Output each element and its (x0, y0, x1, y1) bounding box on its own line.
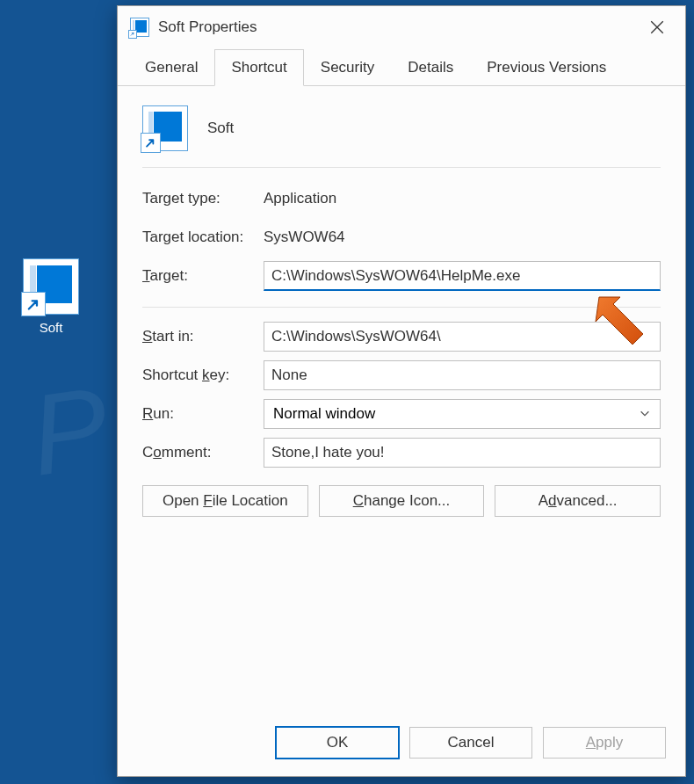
row-target-location: Target location: SysWOW64 (142, 221, 661, 254)
row-run: Run: Normal window (142, 397, 661, 431)
label-target-type: Target type: (142, 190, 264, 207)
desktop-shortcut-label: Soft (11, 320, 91, 335)
tab-details[interactable]: Details (391, 49, 470, 86)
dialog-footer: OK Cancel Apply (276, 727, 666, 759)
label-comment: Comment: (142, 444, 264, 461)
desktop-shortcut-soft[interactable]: Soft (11, 258, 91, 335)
close-button[interactable] (638, 13, 676, 41)
label-start-in: Start in: (142, 328, 264, 345)
run-select[interactable]: Normal window (264, 399, 661, 429)
row-target: Target: (142, 259, 661, 293)
chevron-down-icon (639, 407, 651, 422)
close-icon (649, 19, 665, 35)
row-target-type: Target type: Application (142, 182, 661, 215)
action-button-row: Open File Location Change Icon... Advanc… (142, 485, 661, 517)
start-in-input[interactable] (264, 322, 661, 352)
row-start-in: Start in: (142, 320, 661, 353)
label-target-location: Target location: (142, 229, 264, 246)
titlebar-icon (130, 18, 149, 37)
advanced-button[interactable]: Advanced... (495, 485, 661, 517)
row-shortcut-key: Shortcut key: (142, 359, 661, 392)
cancel-button[interactable]: Cancel (409, 727, 532, 759)
apply-button[interactable]: Apply (543, 727, 666, 759)
run-select-value: Normal window (273, 405, 375, 423)
shortcut-icon (23, 258, 79, 315)
change-icon-button[interactable]: Change Icon... (319, 485, 485, 517)
tabstrip: General Shortcut Security Details Previo… (118, 48, 685, 86)
tab-shortcut[interactable]: Shortcut (214, 49, 303, 86)
open-file-location-button[interactable]: Open File Location (142, 485, 308, 517)
comment-input[interactable] (264, 438, 661, 468)
label-run: Run: (142, 405, 264, 423)
item-header: Soft (142, 105, 661, 168)
tab-previous-versions[interactable]: Previous Versions (470, 49, 623, 86)
item-name: Soft (207, 120, 234, 137)
tab-content: Soft Target type: Application Target loc… (118, 86, 685, 526)
value-target-type: Application (264, 190, 336, 207)
tab-security[interactable]: Security (304, 49, 391, 86)
item-icon (142, 105, 188, 151)
shortcut-key-input[interactable] (264, 360, 661, 390)
label-target: Target: (142, 267, 264, 285)
titlebar[interactable]: Soft Properties (118, 6, 685, 48)
target-input[interactable] (264, 261, 661, 291)
shortcut-arrow-icon (25, 296, 41, 312)
divider (142, 307, 661, 308)
titlebar-title: Soft Properties (158, 18, 638, 36)
tab-general[interactable]: General (128, 49, 214, 86)
value-target-location: SysWOW64 (264, 229, 345, 246)
label-shortcut-key: Shortcut key: (142, 367, 264, 384)
ok-button[interactable]: OK (276, 727, 399, 759)
row-comment: Comment: (142, 436, 661, 469)
properties-dialog: Soft Properties General Shortcut Securit… (117, 5, 686, 777)
